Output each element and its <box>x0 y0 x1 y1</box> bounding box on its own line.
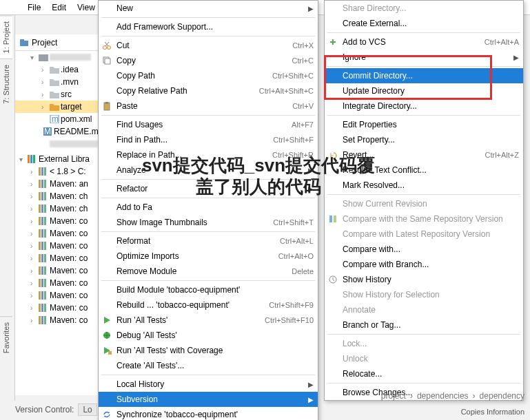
menu-item[interactable]: Analyze▶ <box>99 162 318 178</box>
tab-favorites[interactable]: Favorites <box>0 316 12 359</box>
ext-lib-label: External Libra <box>39 154 90 164</box>
expand-icon[interactable]: › <box>41 91 48 98</box>
lib-item[interactable]: ›Maven: an <box>15 178 98 190</box>
lib-item[interactable]: ›Maven: co <box>15 240 98 252</box>
menu-view[interactable]: View <box>72 3 101 12</box>
menu-item[interactable]: Update Directory <box>325 83 523 98</box>
expand-icon[interactable]: ▾ <box>30 54 37 61</box>
vc-tab-local[interactable]: Lo <box>78 403 96 416</box>
tree-item[interactable]: ›.mvn <box>15 76 98 88</box>
menu-item[interactable]: Replace in Path...Ctrl+Shift+R <box>99 147 318 162</box>
expand-icon[interactable]: › <box>41 103 48 111</box>
lib-item[interactable]: ›Maven: co <box>15 277 98 289</box>
lib-item[interactable]: ›Maven: ch <box>15 190 98 202</box>
crumb[interactable]: dependencies <box>417 391 469 401</box>
tree-root[interactable]: ▾ <box>15 51 98 63</box>
crumb[interactable]: project <box>381 391 406 401</box>
menu-item[interactable]: Compare with Branch... <box>325 257 523 272</box>
lib-item[interactable]: ›Maven: co <box>15 252 98 264</box>
expand-icon[interactable]: › <box>41 78 48 86</box>
expand-icon[interactable]: › <box>30 292 37 300</box>
crumb[interactable]: dependency <box>480 391 524 401</box>
expand-icon[interactable]: › <box>30 267 37 275</box>
expand-icon[interactable]: › <box>30 205 37 213</box>
menu-item[interactable]: ReformatCtrl+Alt+L <box>99 233 318 249</box>
menu-item[interactable]: Copy Relative PathCtrl+Alt+Shift+C <box>99 83 318 98</box>
jar-icon <box>39 180 48 188</box>
menu-item[interactable]: Revert...Ctrl+Alt+Z <box>325 147 523 162</box>
menu-item[interactable]: Add to Fa <box>99 200 318 215</box>
menu-item[interactable]: Rebuild ... 'tobacco-equipment'Ctrl+Shif… <box>99 297 318 313</box>
menu-item[interactable]: New▶ <box>99 1 318 16</box>
menu-item[interactable]: Find UsagesAlt+F7 <box>99 117 318 132</box>
tree-item[interactable]: MDREADME.m <box>15 125 98 138</box>
menu-item[interactable]: Build Module 'tobacco-equipment' <box>99 282 318 297</box>
lib-item[interactable]: ›Maven: ch <box>15 202 98 215</box>
expand-icon[interactable]: › <box>30 230 37 238</box>
menu-item[interactable]: Create External... <box>325 16 523 31</box>
menu-label: Create External... <box>343 19 407 28</box>
menu-item[interactable]: Mark Resolved... <box>325 178 523 193</box>
menu-item[interactable]: Resolve Text Conflict... <box>325 162 523 178</box>
expand-icon[interactable]: › <box>30 168 37 176</box>
menu-item[interactable]: Show Image ThumbnailsCtrl+Shift+T <box>99 215 318 230</box>
tab-project[interactable]: 1: Project <box>0 15 12 59</box>
menu-item[interactable]: PasteCtrl+V <box>99 98 318 114</box>
expand-icon[interactable]: ▾ <box>19 156 26 163</box>
menu-edit[interactable]: Edit <box>46 3 72 12</box>
menu-file[interactable]: File <box>22 3 46 12</box>
menu-item[interactable]: Add Framework Support... <box>99 19 318 34</box>
lib-item[interactable]: ›Maven: co <box>15 227 98 240</box>
menu-item[interactable]: Add to VCSCtrl+Alt+A <box>325 34 523 50</box>
lib-item[interactable]: ›Maven: co <box>15 302 98 314</box>
menu-item[interactable]: Integrate Directory... <box>325 98 523 114</box>
menu-label: Show History <box>343 275 391 284</box>
lib-item[interactable]: ›Maven: co <box>15 264 98 277</box>
menu-item[interactable]: CutCtrl+X <box>99 38 318 53</box>
project-tree[interactable]: ▾ ›.idea›.mvn›src›targetmpom.xmlMDREADME… <box>15 51 98 395</box>
menu-item[interactable]: Set Property... <box>325 132 523 147</box>
tree-item[interactable]: ›src <box>15 88 98 101</box>
menu-item[interactable]: Compare with... <box>325 242 523 257</box>
expand-icon[interactable]: › <box>30 193 37 200</box>
expand-icon[interactable]: › <box>30 242 37 250</box>
diff-icon <box>327 213 338 224</box>
menu-item[interactable]: Show History <box>325 272 523 287</box>
menu-item[interactable]: Subversion▶ <box>99 392 318 407</box>
lib-item[interactable]: ›Maven: co <box>15 289 98 302</box>
lib-item[interactable]: ›Maven: co <box>15 314 98 326</box>
lib-item[interactable]: ›< 1.8 > C: <box>15 165 98 178</box>
menu-item[interactable]: Commit Directory... <box>325 68 523 83</box>
menu-item[interactable]: Run 'All Tests'Ctrl+Shift+F10 <box>99 313 318 328</box>
expand-icon[interactable]: › <box>30 304 37 312</box>
external-libraries[interactable]: ▾ External Libra <box>15 153 98 165</box>
lib-item[interactable]: ›Maven: co <box>15 215 98 227</box>
menu-item[interactable]: Refactor▶ <box>99 181 318 196</box>
menu-item[interactable]: CopyCtrl+C <box>99 53 318 68</box>
menu-item[interactable]: Optimize ImportsCtrl+Alt+O <box>99 249 318 264</box>
menu-item[interactable]: Debug 'All Tests' <box>99 328 318 343</box>
menu-item[interactable]: Local History▶ <box>99 377 318 392</box>
tree-item[interactable]: ›.idea <box>15 63 98 76</box>
expand-icon[interactable]: › <box>30 218 37 225</box>
tree-item[interactable]: mpom.xml <box>15 113 98 125</box>
tree-item[interactable]: ›target <box>15 101 98 113</box>
expand-icon[interactable]: › <box>30 255 37 262</box>
expand-icon[interactable]: › <box>30 317 37 324</box>
menu-item[interactable]: Remove ModuleDelete <box>99 264 318 279</box>
menu-item[interactable]: Find in Path...Ctrl+Shift+F <box>99 132 318 147</box>
menu-item: Show Current Revision <box>325 196 523 211</box>
svg-rect-23 <box>41 217 43 225</box>
tab-structure[interactable]: 7: Structure <box>0 59 12 109</box>
expand-icon[interactable]: › <box>30 180 37 188</box>
menu-item[interactable]: Branch or Tag... <box>325 317 523 333</box>
menu-item[interactable]: Relocate... <box>325 366 523 381</box>
menu-item[interactable]: Copy PathCtrl+Shift+C <box>99 68 318 83</box>
expand-icon[interactable]: › <box>30 280 37 287</box>
menu-item[interactable]: Create 'All Tests'... <box>99 358 318 373</box>
menu-item[interactable]: Edit Properties <box>325 117 523 132</box>
menu-item[interactable]: Run 'All Tests' with Coverage <box>99 343 318 358</box>
menu-item[interactable]: Ignore▶ <box>325 50 523 65</box>
expand-icon[interactable]: › <box>41 66 48 74</box>
menu-item[interactable]: Synchronize 'tobacco-equipment' <box>99 407 318 420</box>
